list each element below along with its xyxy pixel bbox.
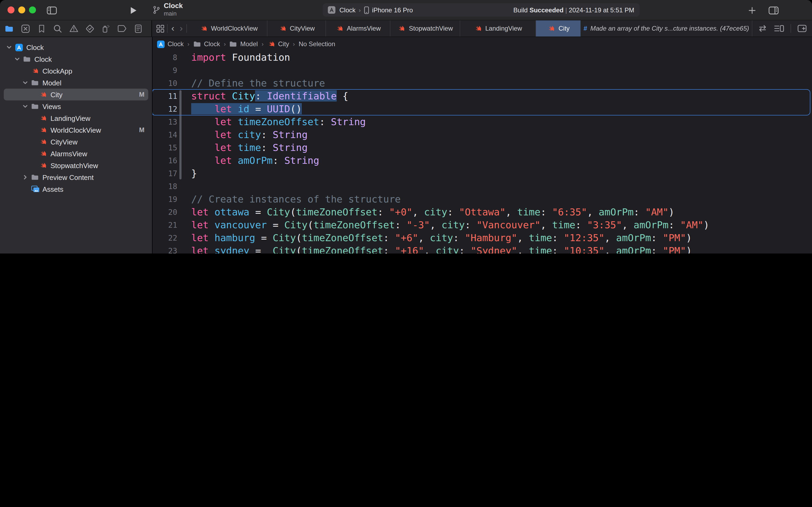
tree-item-Clock[interactable]: Clock	[0, 41, 152, 53]
tree-item-AlarmsView[interactable]: AlarmsView	[0, 148, 152, 160]
code-token: (	[290, 206, 296, 218]
reports-navigator-icon[interactable]	[133, 23, 143, 33]
code-line-22[interactable]: 22let hamburg = City(timeZoneOffset: "+6…	[153, 231, 812, 244]
minimize-window-button[interactable]	[18, 6, 25, 13]
close-window-button[interactable]	[7, 6, 14, 13]
navigator-icon-strip	[0, 20, 152, 37]
tree-item-WorldClockView[interactable]: WorldClockViewM	[0, 124, 152, 136]
tab-City[interactable]: City	[536, 20, 581, 37]
breadcrumb-item-City[interactable]: City	[267, 40, 289, 48]
run-destination[interactable]: iPhone 16 Pro	[372, 6, 413, 14]
issues-navigator-icon[interactable]	[69, 23, 78, 33]
editor-options-icon[interactable]	[774, 25, 784, 32]
bookmarks-navigator-icon[interactable]	[37, 23, 46, 33]
tab-label: AlarmsView	[347, 25, 381, 32]
code-token: let	[191, 206, 209, 218]
code-token: =	[249, 206, 267, 218]
tree-item-ClockApp[interactable]: ClockApp	[0, 65, 152, 77]
project-navigator-sidebar: ClockClockClockAppModelCityMViewsLanding…	[0, 37, 153, 253]
breadcrumb-item-Model[interactable]: Model	[230, 40, 258, 48]
folder-icon	[31, 78, 40, 87]
selected-row-highlight	[4, 89, 148, 101]
code-area[interactable]: 8import Foundation910// Define the struc…	[153, 51, 812, 253]
code-line-11[interactable]: 11struct City: Identifiable {	[153, 90, 812, 103]
scheme-name[interactable]: Clock	[339, 6, 355, 14]
jump-bar: Clock›Clock›Model›City›No Selection	[153, 37, 812, 51]
add-editor-icon[interactable]	[798, 25, 807, 32]
tab-LandingView[interactable]: LandingView	[461, 20, 536, 37]
disclosure-down-icon[interactable]	[14, 56, 20, 62]
debug-navigator-icon[interactable]	[101, 23, 111, 33]
swift-file-icon	[547, 24, 555, 33]
code-line-19[interactable]: 19// Create instances of the structure	[153, 193, 812, 206]
code-token: let	[215, 155, 232, 166]
add-tab-button[interactable]	[745, 5, 758, 15]
code-line-12[interactable]: 12 let id = UUID()	[153, 103, 812, 115]
related-items-grid-icon[interactable]	[155, 23, 165, 33]
code-line-10[interactable]: 10// Define the structure	[153, 77, 812, 90]
code-token: ottawa	[215, 206, 249, 218]
go-back-button[interactable]: ‹	[170, 23, 176, 34]
tree-item-CityView[interactable]: CityView	[0, 136, 152, 148]
code-review-icon[interactable]	[758, 25, 767, 32]
code-line-8[interactable]: 8import Foundation	[153, 51, 812, 64]
tree-item-City[interactable]: CityM	[0, 89, 152, 101]
toggle-left-sidebar-icon[interactable]	[45, 5, 58, 15]
tab-AlarmsView[interactable]: AlarmsView	[326, 20, 391, 37]
tree-item-StopwatchView[interactable]: StopwatchView	[0, 160, 152, 171]
toggle-right-sidebar-icon[interactable]	[767, 5, 780, 15]
swift-file-icon	[336, 24, 344, 33]
code-token: let	[215, 142, 232, 153]
tab-WorldClockView[interactable]: WorldClockView	[190, 20, 268, 37]
run-button[interactable]	[127, 5, 139, 15]
breadcrumb-item-Clock[interactable]: Clock	[193, 40, 220, 48]
tab-StopwatchView[interactable]: StopwatchView	[391, 20, 461, 37]
zoom-window-button[interactable]	[29, 6, 36, 13]
breakpoints-navigator-icon[interactable]	[117, 23, 127, 33]
disclosure-down-icon[interactable]	[22, 80, 28, 86]
tree-item-Preview-Content[interactable]: Preview Content	[0, 171, 152, 183]
activity-status-bar[interactable]: Clock › iPhone 16 Pro Build Succeeded | …	[323, 3, 640, 17]
build-separator: |	[565, 6, 567, 14]
tab-CityView[interactable]: CityView	[268, 20, 326, 37]
go-forward-button[interactable]: ›	[178, 23, 184, 34]
code-line-21[interactable]: 21let vancouver = City(timeZoneOffset: "…	[153, 219, 812, 231]
code-token: let	[191, 245, 209, 253]
code-line-23[interactable]: 23let sydney = City(timeZoneOffset: "+16…	[153, 244, 812, 253]
tests-navigator-icon[interactable]	[85, 23, 95, 33]
tree-item-Clock[interactable]: Clock	[0, 53, 152, 65]
code-line-14[interactable]: 14 let city: String	[153, 128, 812, 141]
disclosure-down-icon[interactable]	[22, 104, 28, 109]
tree-item-Assets[interactable]: Assets	[0, 183, 152, 195]
code-token: ,	[540, 219, 552, 230]
swift-icon	[267, 40, 275, 48]
tree-item-Model[interactable]: Model	[0, 77, 152, 89]
code-token: :	[319, 116, 331, 127]
breadcrumb-item-Clock[interactable]: Clock	[157, 40, 184, 48]
code-line-18[interactable]: 18	[153, 180, 812, 193]
session-commit-tab[interactable]: # Made an array of the City s...cture in…	[581, 20, 752, 37]
file-tree: ClockClockClockAppModelCityMViewsLanding…	[0, 41, 152, 195]
tree-item-Views[interactable]: Views	[0, 101, 152, 112]
code-line-13[interactable]: 13 let timeZoneOffset: String	[153, 115, 812, 128]
code-token: ,	[604, 232, 616, 243]
code-token: time	[529, 232, 552, 243]
project-navigator-icon[interactable]	[4, 23, 14, 33]
code-line-17[interactable]: 17}	[153, 167, 812, 180]
source-control-navigator-icon[interactable]	[20, 23, 30, 33]
disclosure-down-icon[interactable]	[6, 45, 12, 50]
code-token: let	[191, 232, 209, 243]
line-number: 16	[153, 154, 177, 167]
code-line-15[interactable]: 15 let time: String	[153, 141, 812, 154]
find-navigator-icon[interactable]	[53, 23, 62, 33]
code-token: time	[529, 245, 552, 253]
disclosure-right-icon[interactable]	[22, 175, 28, 180]
code-token	[232, 103, 238, 114]
code-line-16[interactable]: 16 let amOrPm: String	[153, 154, 812, 167]
code-line-9[interactable]: 9	[153, 64, 812, 77]
breadcrumb-item-No-Selection[interactable]: No Selection	[299, 40, 335, 48]
code-token	[209, 245, 215, 253]
tree-item-LandingView[interactable]: LandingView	[0, 112, 152, 124]
code-line-20[interactable]: 20let ottawa = City(timeZoneOffset: "+0"…	[153, 206, 812, 219]
code-token: "Ottawa"	[459, 206, 505, 218]
